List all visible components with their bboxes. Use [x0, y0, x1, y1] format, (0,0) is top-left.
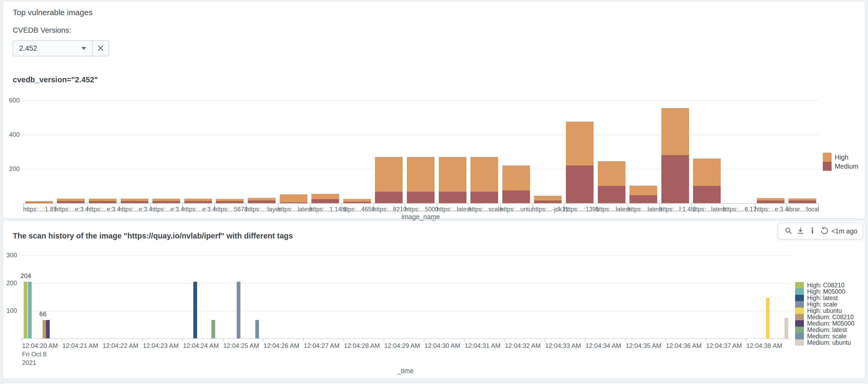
bar-medium-latest[interactable] — [211, 320, 215, 338]
bar-segment-high[interactable] — [121, 199, 148, 201]
bar-segment-high[interactable] — [661, 108, 689, 155]
x-time-tick-label: 12:04:29 AM — [384, 342, 420, 349]
inspect-info-button[interactable] — [807, 226, 817, 237]
bar-segment-medium[interactable] — [439, 192, 466, 203]
bar-medium-c08210[interactable] — [42, 320, 46, 338]
legend-item[interactable]: Medium: latest — [795, 327, 855, 333]
bar-segment-high[interactable] — [248, 198, 276, 201]
legend-item[interactable]: Medium: scale — [795, 333, 855, 339]
export-download-button[interactable] — [796, 226, 806, 237]
bar-segment-high[interactable] — [280, 195, 307, 202]
bar-segment-medium[interactable] — [248, 201, 276, 203]
x-axis-tick — [464, 338, 465, 342]
download-icon — [797, 227, 804, 236]
x-category-label: https:...e:3.4 — [119, 206, 151, 213]
bar-segment-medium[interactable] — [598, 186, 625, 203]
x-axis-tick — [818, 203, 819, 206]
bar-segment-medium[interactable] — [629, 195, 657, 203]
bar-segment-medium[interactable] — [757, 201, 784, 203]
bar-segment-high[interactable] — [439, 157, 466, 192]
bar-segment-high[interactable] — [311, 194, 339, 199]
x-time-tick-label: 12:04:31 AM — [465, 342, 500, 349]
x-category-label: https:...e:3.4 — [755, 206, 786, 213]
x-axis-tick — [659, 203, 660, 206]
legend-item[interactable]: High: latest — [795, 295, 855, 301]
bar-segment-high[interactable] — [788, 198, 816, 201]
gridline — [21, 283, 790, 284]
bar-segment-medium[interactable] — [311, 199, 339, 203]
bar-segment-medium[interactable] — [407, 192, 435, 203]
x-axis-tick — [309, 203, 310, 206]
bar-segment-medium[interactable] — [534, 201, 562, 203]
x-time-tick-label: 12:04:27 AM — [304, 342, 340, 349]
legend-item[interactable]: Medium: ubuntu — [795, 339, 855, 346]
bar-segment-high[interactable] — [502, 166, 530, 190]
bar-segment-high[interactable] — [407, 157, 435, 192]
bar-segment-high[interactable] — [693, 159, 721, 186]
bar-segment-medium[interactable] — [216, 201, 244, 203]
bar-segment-medium[interactable] — [566, 166, 594, 203]
x-axis-tick — [22, 338, 22, 342]
bar-segment-high[interactable] — [184, 199, 212, 201]
bar-segment-high[interactable] — [89, 199, 117, 201]
legend-label: Medium: scale — [804, 333, 846, 339]
bar-medium-m05000[interactable] — [46, 320, 50, 338]
bar-segment-medium[interactable] — [57, 201, 85, 203]
bar-segment-high[interactable] — [757, 198, 784, 201]
bar-segment-high[interactable] — [566, 121, 594, 166]
x-category-label: librar...:local — [786, 206, 818, 213]
x-category-label: https:...e:3.4 — [55, 206, 87, 213]
chart2-legend: High: C08210High: M05000High: latestHigh… — [795, 282, 855, 346]
y-axis-tick-label: 400 — [3, 131, 20, 138]
bar-segment-high[interactable] — [216, 199, 244, 201]
legend-item[interactable]: High: ubuntu — [795, 308, 855, 314]
bar-segment-high[interactable] — [343, 199, 371, 202]
legend-item[interactable]: Medium — [823, 162, 859, 171]
bar-high-c08210[interactable] — [24, 282, 27, 338]
bar-segment-medium[interactable] — [661, 155, 689, 203]
x-category-label: https:...5678 — [214, 206, 246, 213]
bar-segment-high[interactable] — [598, 161, 625, 186]
refresh-button[interactable] — [819, 226, 830, 237]
legend-swatch — [795, 282, 804, 288]
legend-item[interactable]: High: C08210 — [795, 282, 855, 288]
x-axis-tick — [437, 203, 437, 206]
bar-segment-high[interactable] — [57, 199, 85, 201]
x-time-tick-label: 12:04:38 AM — [746, 342, 782, 349]
legend-label: High — [832, 153, 848, 162]
legend-item[interactable]: High: M05000 — [795, 288, 855, 295]
bar-segment-medium[interactable] — [89, 201, 117, 203]
bar-segment-medium[interactable] — [470, 192, 498, 203]
legend-item[interactable]: High — [823, 153, 859, 162]
bar-segment-medium[interactable] — [152, 201, 180, 203]
bar-high-ubuntu[interactable] — [766, 298, 770, 338]
x-category-label: https:...e:3.4 — [150, 206, 182, 213]
bar-segment-high[interactable] — [629, 186, 657, 195]
bar-medium-ubuntu[interactable] — [784, 318, 788, 338]
bar-segment-high[interactable] — [375, 157, 403, 192]
bar-segment-medium[interactable] — [693, 186, 721, 203]
bar-high-scale[interactable] — [237, 282, 240, 338]
bar-segment-high[interactable] — [534, 196, 562, 201]
bar-segment-medium[interactable] — [375, 192, 403, 203]
bar-segment-medium[interactable] — [121, 201, 148, 203]
legend-item[interactable]: Medium: M05000 — [795, 320, 855, 327]
bar-segment-high[interactable] — [152, 199, 180, 201]
x-axis-tick — [500, 203, 501, 206]
bar-high-latest[interactable] — [193, 282, 197, 338]
panel-resize-handle[interactable] — [432, 218, 436, 221]
legend-swatch — [823, 153, 832, 162]
x-axis-tick — [384, 338, 384, 342]
open-in-search-button[interactable] — [783, 226, 794, 237]
legend-item[interactable]: Medium: C08210 — [795, 314, 855, 320]
legend-item[interactable]: High: scale — [795, 301, 855, 308]
bar-segment-high[interactable] — [470, 157, 498, 192]
x-axis-tick — [214, 203, 215, 206]
bar-high-m05000[interactable] — [28, 282, 32, 338]
bar-segment-medium[interactable] — [502, 190, 530, 203]
bar-segment-medium[interactable] — [184, 201, 212, 203]
bar-segment-high[interactable] — [25, 201, 53, 203]
bar-medium-scale[interactable] — [255, 320, 259, 338]
bar-segment-medium[interactable] — [788, 201, 816, 203]
legend-swatch — [795, 339, 804, 346]
